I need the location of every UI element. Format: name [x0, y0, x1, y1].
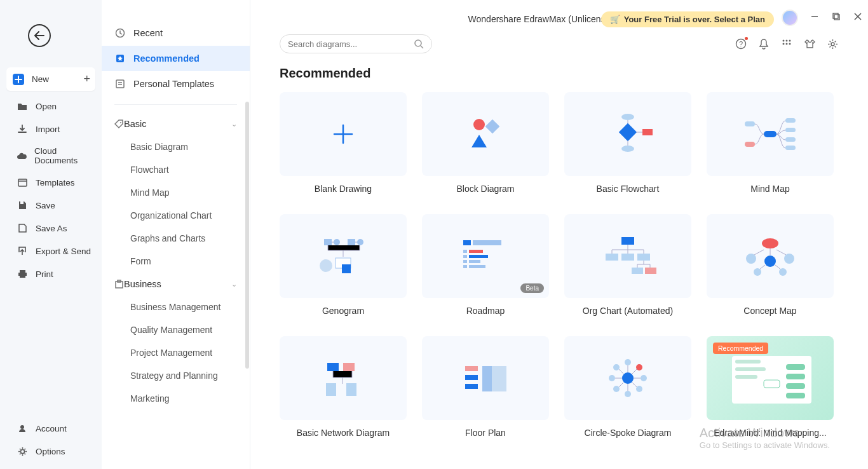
section-title: Recommended — [280, 66, 839, 81]
sidebar-item-print[interactable]: Print — [0, 262, 102, 285]
template-flowchart[interactable]: Basic Flowchart — [564, 92, 691, 199]
trial-banner[interactable]: 🛒 Your Free Trial is over. Select a Plan — [601, 11, 774, 27]
avatar[interactable] — [782, 10, 798, 26]
svg-point-27 — [621, 146, 634, 152]
svg-point-60 — [764, 255, 776, 267]
template-edrawmind[interactable]: Recommended EdrawMind: Mind Mapping... — [707, 336, 834, 443]
mid-item-recommended[interactable]: Recommended — [102, 46, 250, 71]
business-label: Business — [124, 279, 161, 289]
template-spoke[interactable]: Circle-Spoke Diagram — [564, 336, 691, 443]
sub-marketing[interactable]: Marketing — [102, 387, 250, 410]
sub-graphs[interactable]: Graphs and Charts — [102, 227, 250, 250]
mid-item-recent[interactable]: Recent — [102, 20, 250, 46]
sub-mindmap[interactable]: Mind Map — [102, 181, 250, 204]
svg-point-59 — [746, 254, 756, 264]
svg-rect-83 — [735, 360, 761, 364]
sidebar-item-save[interactable]: Save — [0, 194, 102, 217]
template-roadmap[interactable]: Beta Roadmap — [422, 214, 549, 321]
svg-point-79 — [636, 386, 642, 392]
personal-label: Personal Templates — [133, 79, 214, 89]
account-label: Account — [36, 424, 67, 433]
svg-rect-66 — [326, 383, 336, 396]
mid-item-personal[interactable]: Personal Templates — [102, 71, 250, 97]
template-floorplan[interactable]: Floor Plan — [422, 336, 549, 443]
category-business[interactable]: Business ⌄ — [102, 273, 250, 296]
bell-icon[interactable] — [757, 37, 770, 50]
template-label: Concept Map — [707, 298, 834, 321]
grid-icon[interactable] — [780, 37, 793, 50]
svg-rect-44 — [463, 250, 467, 253]
svg-rect-50 — [463, 265, 467, 268]
settings-icon[interactable] — [826, 37, 839, 50]
toolbar: ? — [250, 28, 868, 60]
svg-rect-26 — [642, 129, 653, 135]
template-mindmap[interactable]: Mind Map — [707, 92, 834, 199]
sidebar-item-export[interactable]: Export & Send — [0, 240, 102, 262]
content: Recommended Blank Drawing Block Diagram … — [250, 60, 868, 469]
svg-rect-5 — [116, 80, 124, 88]
template-label: Org Chart (Automated) — [564, 298, 691, 321]
template-genogram[interactable]: Genogram — [280, 214, 407, 321]
sidebar-item-open[interactable]: Open — [0, 95, 102, 118]
add-icon[interactable]: + — [83, 72, 90, 86]
sidebar-item-new[interactable]: New + — [6, 67, 95, 91]
minimize-button[interactable] — [810, 11, 820, 22]
print-icon — [17, 268, 28, 280]
trial-text: Your Free Trial is over. Select a Plan — [624, 15, 765, 24]
category-basic[interactable]: Basic ⌄ — [102, 112, 250, 135]
svg-point-76 — [609, 375, 615, 381]
shirt-icon[interactable] — [803, 37, 816, 50]
template-blank[interactable]: Blank Drawing — [280, 92, 407, 199]
svg-point-2 — [20, 449, 24, 453]
template-label: Basic Network Diagram — [280, 420, 407, 443]
sidebar-item-account[interactable]: Account — [0, 417, 102, 440]
recommended-badge: Recommended — [713, 343, 768, 354]
sub-project[interactable]: Project Management — [102, 341, 250, 364]
template-block[interactable]: Block Diagram — [422, 92, 549, 199]
svg-point-78 — [613, 364, 620, 370]
back-button[interactable] — [28, 24, 51, 47]
template-label: Blank Drawing — [280, 176, 407, 199]
svg-point-75 — [625, 391, 631, 397]
sub-strategy[interactable]: Strategy and Planning — [102, 364, 250, 387]
sidebar-item-templates[interactable]: Templates — [0, 171, 102, 194]
gear-icon — [17, 445, 28, 457]
sub-bizmgmt[interactable]: Business Management — [102, 296, 250, 318]
search-icon[interactable] — [414, 39, 424, 49]
import-label: Import — [36, 125, 60, 134]
help-icon[interactable]: ? — [735, 37, 747, 50]
sidebar-item-import[interactable]: Import — [0, 118, 102, 140]
template-orgchart[interactable]: Org Chart (Automated) — [564, 214, 691, 321]
star-icon — [114, 53, 126, 64]
svg-rect-89 — [786, 383, 805, 389]
account-icon — [17, 423, 28, 434]
search-box[interactable] — [280, 34, 432, 53]
sub-quality[interactable]: Quality Management — [102, 318, 250, 341]
template-concept[interactable]: Concept Map — [707, 214, 834, 321]
chevron-down-icon: ⌄ — [231, 280, 237, 289]
sub-form[interactable]: Form — [102, 250, 250, 273]
search-input[interactable] — [288, 39, 414, 49]
svg-point-63 — [779, 268, 787, 276]
divider — [114, 104, 237, 105]
scrollbar[interactable] — [245, 102, 249, 369]
cart-icon: 🛒 — [610, 15, 620, 24]
folder-icon — [17, 100, 28, 112]
sub-orgchart[interactable]: Organizational Chart — [102, 204, 250, 227]
svg-point-58 — [762, 238, 778, 248]
template-label: Basic Flowchart — [564, 176, 691, 199]
maximize-button[interactable] — [831, 11, 841, 22]
template-network[interactable]: Basic Network Diagram — [280, 336, 407, 443]
svg-rect-29 — [745, 121, 755, 126]
svg-point-61 — [784, 254, 794, 264]
sidebar-item-cloud[interactable]: Cloud Documents — [0, 140, 102, 171]
close-button[interactable] — [853, 11, 863, 22]
svg-point-77 — [641, 375, 647, 381]
svg-rect-90 — [786, 393, 805, 398]
svg-point-16 — [789, 40, 791, 42]
sidebar-item-saveas[interactable]: Save As — [0, 217, 102, 240]
sidebar-item-options[interactable]: Options — [0, 440, 102, 463]
sub-flowchart[interactable]: Flowchart — [102, 158, 250, 181]
svg-point-21 — [473, 119, 485, 130]
sub-basic-diagram[interactable]: Basic Diagram — [102, 135, 250, 158]
